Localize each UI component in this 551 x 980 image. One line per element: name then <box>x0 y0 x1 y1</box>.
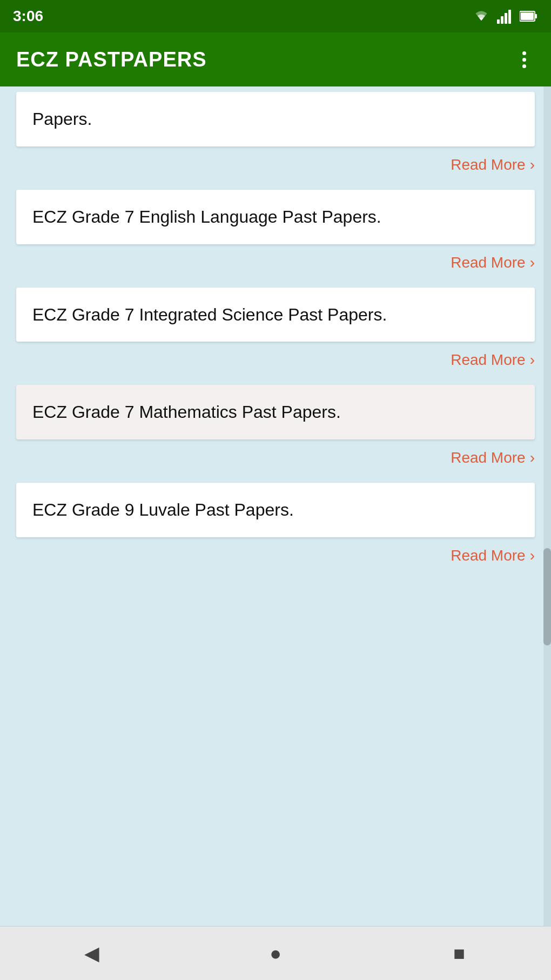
home-icon: ● <box>270 942 281 965</box>
status-time: 3:06 <box>13 8 43 25</box>
scrollbar-track[interactable] <box>543 86 551 926</box>
chevron-right-icon-0[interactable]: › <box>530 156 535 174</box>
read-more-row-0: Read More › <box>0 146 551 190</box>
card-text-4: ECZ Grade 9 Luvale Past Papers. <box>32 500 294 519</box>
back-icon: ◀ <box>84 942 99 965</box>
card-3: ECZ Grade 7 Mathematics Past Papers. <box>16 385 535 439</box>
battery-icon <box>520 10 538 22</box>
status-icons <box>472 9 538 24</box>
svg-rect-5 <box>535 14 537 18</box>
list-section-4: ECZ Grade 9 Luvale Past Papers. <box>0 483 551 537</box>
scrollbar-thumb[interactable] <box>543 548 551 645</box>
read-more-row-4: Read More › <box>0 537 551 581</box>
card-text-3: ECZ Grade 7 Mathematics Past Papers. <box>32 402 341 422</box>
menu-dot <box>522 58 526 62</box>
read-more-link-2[interactable]: Read More <box>451 351 526 369</box>
app-bar: ECZ PASTPAPERS <box>0 32 551 86</box>
recent-icon: ■ <box>453 942 465 965</box>
bottom-nav: ◀ ● ■ <box>0 926 551 980</box>
read-more-link-3[interactable]: Read More <box>451 449 526 466</box>
read-more-row-3: Read More › <box>0 439 551 483</box>
chevron-right-icon-1[interactable]: › <box>530 254 535 271</box>
list-section-2: ECZ Grade 7 Integrated Science Past Pape… <box>0 288 551 342</box>
svg-rect-0 <box>497 19 500 24</box>
read-more-link-4[interactable]: Read More <box>451 547 526 564</box>
recent-button[interactable]: ■ <box>438 937 481 970</box>
card-text-0: Papers. <box>32 109 92 129</box>
svg-rect-2 <box>505 13 507 24</box>
chevron-right-icon-2[interactable]: › <box>530 351 535 369</box>
read-more-row-2: Read More › <box>0 342 551 385</box>
card-text-2: ECZ Grade 7 Integrated Science Past Pape… <box>32 305 387 324</box>
menu-dot <box>522 64 526 68</box>
read-more-row-1: Read More › <box>0 244 551 288</box>
status-bar: 3:06 <box>0 0 551 32</box>
chevron-right-icon-3[interactable]: › <box>530 449 535 466</box>
content-area: Papers. Read More › ECZ Grade 7 English … <box>0 86 551 926</box>
app-title: ECZ PASTPAPERS <box>16 48 207 71</box>
back-button[interactable]: ◀ <box>70 937 113 970</box>
list-section-1: ECZ Grade 7 English Language Past Papers… <box>0 190 551 244</box>
read-more-link-0[interactable]: Read More <box>451 156 526 174</box>
signal-icon <box>497 9 513 24</box>
card-4: ECZ Grade 9 Luvale Past Papers. <box>16 483 535 537</box>
home-button[interactable]: ● <box>254 937 297 970</box>
list-section-3: ECZ Grade 7 Mathematics Past Papers. <box>0 385 551 439</box>
menu-dot <box>522 51 526 55</box>
svg-rect-3 <box>508 10 511 24</box>
card-1: ECZ Grade 7 English Language Past Papers… <box>16 190 535 244</box>
svg-rect-1 <box>501 16 503 24</box>
list-section-0: Papers. <box>0 86 551 146</box>
card-2: ECZ Grade 7 Integrated Science Past Pape… <box>16 288 535 342</box>
more-options-button[interactable] <box>513 51 535 68</box>
read-more-link-1[interactable]: Read More <box>451 254 526 271</box>
svg-rect-6 <box>521 12 534 20</box>
card-0: Papers. <box>16 92 535 146</box>
card-text-1: ECZ Grade 7 English Language Past Papers… <box>32 207 381 226</box>
wifi-icon <box>472 9 490 24</box>
chevron-right-icon-4[interactable]: › <box>530 547 535 564</box>
